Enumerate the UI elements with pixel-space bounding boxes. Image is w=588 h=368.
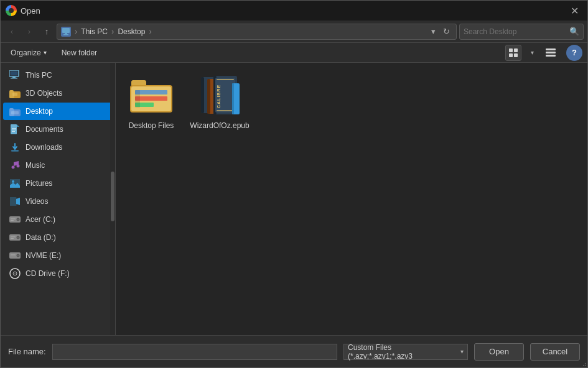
svg-rect-10 bbox=[12, 93, 17, 96]
view-list-button[interactable] bbox=[543, 45, 559, 61]
sidebar-item-data-d[interactable]: Data (D:) bbox=[3, 229, 113, 246]
file-name-input[interactable] bbox=[52, 344, 337, 360]
sidebar-label-3d-objects: 3D Objects bbox=[26, 89, 62, 98]
videos-icon bbox=[9, 196, 21, 207]
sidebar-item-videos[interactable]: Videos bbox=[3, 193, 113, 210]
crumb-separator-1: › bbox=[75, 27, 77, 36]
view-dropdown-button[interactable]: ▾ bbox=[526, 45, 538, 61]
view-grid-icon bbox=[509, 48, 518, 57]
svg-rect-34 bbox=[11, 238, 14, 239]
svg-rect-0 bbox=[62, 28, 70, 33]
address-crumb-icon-container bbox=[61, 27, 71, 37]
svg-rect-18 bbox=[12, 131, 15, 132]
cancel-button[interactable]: Cancel bbox=[530, 343, 580, 361]
svg-point-61 bbox=[585, 365, 586, 366]
folder-3d-icon bbox=[9, 88, 21, 98]
organize-button[interactable]: Organize ▾ bbox=[6, 47, 52, 59]
sidebar-item-nvme-e[interactable]: NVME (E:) bbox=[3, 247, 113, 264]
back-button[interactable]: ‹ bbox=[4, 24, 19, 39]
search-input[interactable] bbox=[464, 27, 567, 36]
download-icon bbox=[10, 142, 20, 152]
new-folder-label: New folder bbox=[62, 48, 97, 57]
refresh-button[interactable]: ↻ bbox=[441, 25, 452, 37]
sidebar-label-cd-drive-f: CD Drive (F:) bbox=[26, 269, 70, 278]
address-icon bbox=[61, 27, 71, 37]
address-dropdown-button[interactable]: ▾ bbox=[429, 25, 438, 37]
main-area: This PC 3D Objects bbox=[1, 63, 587, 335]
nvme-drive-icon-svg bbox=[9, 251, 21, 260]
svg-rect-60 bbox=[232, 83, 234, 114]
file-item-desktop-files[interactable]: Desktop Files bbox=[123, 70, 179, 135]
documents-file-icon bbox=[11, 124, 19, 134]
svg-rect-15 bbox=[11, 124, 17, 134]
file-type-dropdown-arrow: ▾ bbox=[460, 348, 464, 355]
sidebar-label-downloads: Downloads bbox=[26, 143, 62, 152]
search-icon: 🔍 bbox=[569, 27, 579, 36]
new-folder-button[interactable]: New folder bbox=[57, 47, 102, 59]
svg-point-21 bbox=[17, 165, 20, 168]
svg-point-62 bbox=[583, 365, 584, 366]
sidebar-scrollbar[interactable] bbox=[110, 63, 115, 335]
acer-drive-icon bbox=[9, 214, 21, 225]
sidebar-item-pictures[interactable]: Pictures bbox=[3, 175, 113, 192]
close-button[interactable]: ✕ bbox=[566, 2, 582, 19]
svg-rect-29 bbox=[11, 220, 14, 221]
sidebar-label-documents: Documents bbox=[26, 125, 63, 134]
nav-bar: ‹ › ↑ › This PC › Desktop › bbox=[1, 21, 587, 43]
view-grid-button[interactable] bbox=[505, 45, 521, 61]
address-bar[interactable]: › This PC › Desktop › ▾ ↻ bbox=[57, 24, 457, 40]
svg-rect-9 bbox=[9, 90, 14, 93]
search-box[interactable]: 🔍 bbox=[459, 24, 584, 40]
svg-rect-58 bbox=[217, 110, 234, 111]
picture-icon bbox=[10, 179, 20, 188]
svg-rect-2 bbox=[63, 34, 68, 35]
forward-button[interactable]: › bbox=[22, 24, 37, 39]
sidebar-item-documents[interactable]: Documents bbox=[3, 121, 113, 138]
file-name-label: File name: bbox=[8, 347, 46, 356]
file-type-dropdown[interactable]: Custom Files (*.azv;*.azv1;*.azv3 ▾ bbox=[343, 344, 468, 360]
nvme-drive-icon bbox=[9, 250, 21, 261]
open-button[interactable]: Open bbox=[474, 343, 524, 361]
book-icon-svg: CALIBRE bbox=[198, 74, 241, 117]
pc-address-icon bbox=[62, 28, 70, 35]
music-note-icon bbox=[10, 160, 20, 170]
sidebar-item-desktop[interactable]: Desktop bbox=[3, 103, 113, 120]
resize-handle[interactable] bbox=[577, 357, 586, 366]
content-area: Desktop Files bbox=[116, 63, 587, 335]
help-button[interactable]: ? bbox=[566, 45, 582, 61]
sidebar-item-acer-c[interactable]: Acer (C:) bbox=[3, 211, 113, 228]
file-item-wizard-of-oz[interactable]: CALIBRE WizardOfOz.epub bbox=[192, 70, 248, 135]
sidebar-item-this-pc[interactable]: This PC bbox=[3, 67, 113, 84]
svg-rect-48 bbox=[135, 90, 140, 108]
back-icon: ‹ bbox=[11, 27, 13, 36]
sidebar-label-nvme-e: NVME (E:) bbox=[26, 251, 61, 260]
forward-icon: › bbox=[28, 27, 30, 36]
svg-rect-19 bbox=[11, 150, 19, 152]
sidebar-item-downloads[interactable]: Downloads bbox=[3, 139, 113, 156]
sidebar-scrollbar-thumb bbox=[111, 172, 114, 221]
this-pc-icon bbox=[9, 70, 21, 81]
sidebar-label-data-d: Data (D:) bbox=[26, 233, 56, 242]
svg-rect-16 bbox=[12, 128, 16, 129]
folder-icon-svg bbox=[130, 78, 172, 114]
up-button[interactable]: ↑ bbox=[39, 24, 54, 39]
sidebar-item-music[interactable]: Music bbox=[3, 157, 113, 174]
svg-rect-50 bbox=[201, 77, 204, 113]
svg-rect-38 bbox=[11, 255, 16, 255]
svg-text:CALIBRE: CALIBRE bbox=[217, 85, 221, 108]
bottom-bar: File name: Custom Files (*.azv;*.azv1;*.… bbox=[1, 335, 587, 367]
svg-point-41 bbox=[14, 273, 16, 275]
svg-rect-33 bbox=[11, 237, 16, 237]
sidebar-label-desktop: Desktop bbox=[26, 107, 53, 116]
sidebar-item-cd-drive-f[interactable]: CD Drive (F:) bbox=[3, 265, 113, 282]
sidebar-item-3d-objects[interactable]: 3D Objects bbox=[3, 85, 113, 102]
3d-objects-icon bbox=[9, 88, 21, 99]
svg-rect-57 bbox=[217, 79, 234, 80]
address-crumb-desktop[interactable]: Desktop bbox=[118, 27, 145, 36]
svg-point-32 bbox=[17, 237, 19, 239]
data-drive-icon bbox=[9, 232, 21, 243]
data-drive-icon-svg bbox=[9, 233, 21, 242]
svg-rect-17 bbox=[12, 130, 16, 131]
address-crumb-this-pc[interactable]: This PC bbox=[81, 27, 108, 36]
sidebar: This PC 3D Objects bbox=[1, 63, 116, 335]
